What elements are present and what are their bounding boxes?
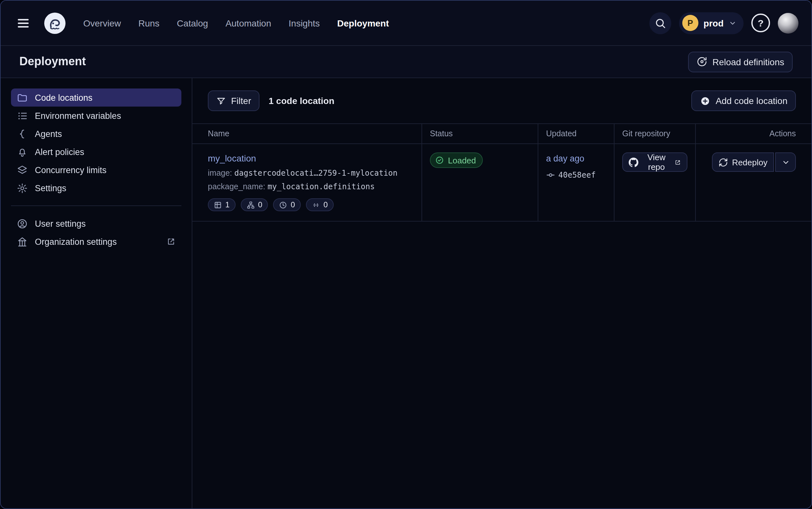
- code-location-name-link[interactable]: my_location: [208, 153, 256, 163]
- package-line: package_name: my_location.definitions: [208, 182, 414, 191]
- redeploy-label: Redeploy: [732, 157, 768, 167]
- refresh-icon: [718, 157, 728, 167]
- package-value: my_location.definitions: [267, 182, 375, 191]
- deployment-sidebar: Code locations Environment variables Age…: [1, 78, 192, 508]
- chevron-down-icon: [729, 19, 736, 27]
- table-header-row: Name Status Updated Git repository Actio…: [192, 124, 811, 144]
- actions-cell: Redeploy: [696, 144, 811, 221]
- main-panel: Filter 1 code location Add code location…: [192, 78, 811, 508]
- external-link-icon: [167, 237, 176, 246]
- column-header-name: Name: [192, 124, 422, 143]
- search-button[interactable]: [649, 12, 671, 34]
- nav-item-overview[interactable]: Overview: [83, 18, 121, 28]
- updated-time-link[interactable]: a day ago: [546, 154, 585, 163]
- status-cell: Loaded: [422, 144, 538, 221]
- code-locations-toolbar: Filter 1 code location Add code location: [192, 78, 811, 123]
- redeploy-button[interactable]: Redeploy: [712, 152, 774, 172]
- plus-circle-icon: [699, 95, 710, 106]
- layers-icon: [17, 164, 28, 175]
- agents-icon: [17, 128, 28, 139]
- jobs-count-pill: 0: [241, 198, 268, 211]
- external-link-icon: [674, 158, 681, 166]
- package-label: package_name:: [208, 182, 265, 191]
- code-locations-table: Name Status Updated Git repository Actio…: [192, 123, 811, 222]
- sidebar-item-label: Concurrency limits: [35, 165, 107, 175]
- filter-icon: [216, 96, 226, 106]
- sidebar-divider: [11, 205, 181, 206]
- assets-icon: [214, 201, 222, 209]
- view-repo-button[interactable]: View repo: [622, 152, 688, 172]
- building-icon: [17, 236, 28, 247]
- sidebar-item-label: Organization settings: [35, 237, 117, 246]
- status-badge: Loaded: [430, 152, 483, 168]
- app-window: Overview Runs Catalog Automation Insight…: [0, 0, 812, 509]
- primary-nav: Overview Runs Catalog Automation Insight…: [83, 18, 389, 28]
- nav-item-catalog[interactable]: Catalog: [177, 18, 208, 28]
- column-header-actions: Actions: [696, 124, 811, 143]
- name-cell: my_location image: dagstercodelocati…275…: [192, 144, 422, 221]
- dagster-logo[interactable]: [43, 11, 67, 35]
- help-button[interactable]: [751, 13, 770, 32]
- sidebar-item-agents[interactable]: Agents: [11, 125, 181, 143]
- image-label: image:: [208, 169, 232, 178]
- git-repository-cell: View repo: [615, 144, 696, 221]
- sidebar-item-code-locations[interactable]: Code locations: [11, 89, 181, 107]
- sidebar-item-label: Settings: [35, 183, 67, 193]
- image-line: image: dagstercodelocati…2759-1-mylocati…: [208, 169, 414, 178]
- sensors-count-pill: 0: [306, 198, 333, 211]
- clock-icon: [279, 201, 288, 209]
- filter-button[interactable]: Filter: [208, 91, 259, 111]
- schedules-count-pill: 0: [273, 198, 301, 211]
- sidebar-item-settings[interactable]: Settings: [11, 179, 181, 197]
- sidebar-item-label: Code locations: [35, 93, 93, 102]
- reload-definitions-label: Reload definitions: [712, 57, 784, 67]
- sidebar-item-organization-settings[interactable]: Organization settings: [11, 233, 181, 250]
- nav-item-runs[interactable]: Runs: [139, 18, 159, 28]
- updated-cell: a day ago 40e58eef: [538, 144, 615, 221]
- top-nav: Overview Runs Catalog Automation Insight…: [1, 1, 811, 46]
- add-code-location-label: Add code location: [715, 96, 787, 106]
- user-avatar[interactable]: [778, 12, 799, 33]
- sidebar-item-concurrency-limits[interactable]: Concurrency limits: [11, 161, 181, 179]
- commit-icon: [546, 171, 555, 179]
- gear-icon: [17, 182, 28, 194]
- table-row: my_location image: dagstercodelocati…275…: [192, 144, 811, 222]
- image-value: dagstercodelocati…2759-1-mylocation: [234, 169, 398, 178]
- filter-label: Filter: [231, 96, 251, 106]
- user-icon: [17, 218, 28, 229]
- screen: Overview Runs Catalog Automation Insight…: [0, 0, 812, 509]
- column-header-status: Status: [422, 124, 538, 143]
- sidebar-item-environment-variables[interactable]: Environment variables: [11, 107, 181, 125]
- code-location-count: 1 code location: [268, 96, 334, 106]
- bell-icon: [17, 146, 28, 157]
- sensor-icon: [312, 201, 320, 209]
- deployment-avatar: P: [682, 15, 698, 31]
- folder-icon: [17, 92, 28, 103]
- deployment-switcher[interactable]: P prod: [679, 12, 744, 34]
- column-header-git-repository: Git repository: [615, 124, 696, 143]
- redeploy-menu-button[interactable]: [775, 152, 796, 172]
- jobs-icon: [246, 201, 255, 209]
- menu-button[interactable]: [13, 13, 33, 33]
- check-circle-icon: [435, 156, 444, 165]
- assets-count-pill: 1: [208, 198, 235, 211]
- view-repo-label: View repo: [642, 152, 671, 172]
- definition-count-pills: 1 0 0 0: [208, 198, 414, 211]
- nav-item-insights[interactable]: Insights: [289, 18, 320, 28]
- sidebar-item-label: Environment variables: [35, 111, 121, 121]
- nav-item-deployment[interactable]: Deployment: [337, 18, 389, 28]
- reload-icon: [696, 56, 707, 67]
- sidebar-item-user-settings[interactable]: User settings: [11, 214, 181, 233]
- add-code-location-button[interactable]: Add code location: [691, 91, 796, 111]
- reload-definitions-button[interactable]: Reload definitions: [688, 52, 792, 72]
- nav-item-automation[interactable]: Automation: [226, 18, 271, 28]
- page-title: Deployment: [20, 55, 86, 68]
- commit-line: 40e58eef: [546, 171, 606, 179]
- sidebar-item-alert-policies[interactable]: Alert policies: [11, 143, 181, 161]
- env-vars-icon: [17, 110, 28, 121]
- sidebar-item-label: Agents: [35, 129, 62, 139]
- search-icon: [655, 17, 666, 29]
- page-header: Deployment Reload definitions: [1, 46, 811, 78]
- content-area: Code locations Environment variables Age…: [1, 78, 811, 508]
- sidebar-item-label: User settings: [35, 219, 86, 228]
